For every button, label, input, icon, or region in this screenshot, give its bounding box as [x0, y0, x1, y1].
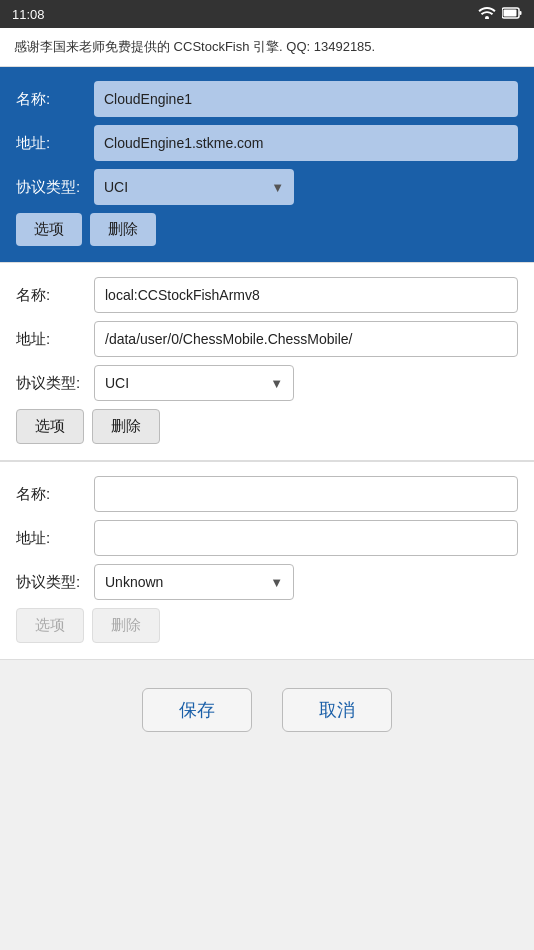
name-row-2: 名称:: [16, 277, 518, 313]
protocol-row-1: 协议类型: UCI ▼: [16, 169, 518, 205]
protocol-value-2: UCI: [105, 375, 129, 391]
options-button-2[interactable]: 选项: [16, 409, 84, 444]
address-row-3: 地址:: [16, 520, 518, 556]
address-label-3: 地址:: [16, 529, 94, 548]
action-buttons-2: 选项 删除: [16, 409, 518, 444]
protocol-value-1: UCI: [104, 179, 128, 195]
protocol-value-3: Unknown: [105, 574, 163, 590]
address-label-1: 地址:: [16, 134, 94, 153]
name-row-1: 名称:: [16, 81, 518, 117]
protocol-label-1: 协议类型:: [16, 178, 94, 197]
address-input-3[interactable]: [94, 520, 518, 556]
delete-button-2[interactable]: 删除: [92, 409, 160, 444]
svg-rect-2: [504, 9, 517, 16]
cancel-button[interactable]: 取消: [282, 688, 392, 732]
name-label-3: 名称:: [16, 485, 94, 504]
protocol-row-3: 协议类型: Unknown ▼: [16, 564, 518, 600]
chevron-down-icon-3: ▼: [270, 575, 283, 590]
status-bar: 11:08: [0, 0, 534, 28]
name-row-3: 名称:: [16, 476, 518, 512]
name-label-2: 名称:: [16, 286, 94, 305]
options-button-1[interactable]: 选项: [16, 213, 82, 246]
status-time: 11:08: [12, 7, 45, 22]
address-row-1: 地址:: [16, 125, 518, 161]
chevron-down-icon-2: ▼: [270, 376, 283, 391]
delete-button-1[interactable]: 删除: [90, 213, 156, 246]
options-button-3: 选项: [16, 608, 84, 643]
svg-rect-3: [520, 11, 522, 15]
address-label-2: 地址:: [16, 330, 94, 349]
chevron-down-icon-1: ▼: [271, 180, 284, 195]
svg-point-0: [485, 16, 489, 19]
address-row-2: 地址:: [16, 321, 518, 357]
protocol-label-3: 协议类型:: [16, 573, 94, 592]
protocol-label-2: 协议类型:: [16, 374, 94, 393]
protocol-dropdown-1[interactable]: UCI ▼: [94, 169, 294, 205]
protocol-dropdown-3[interactable]: Unknown ▼: [94, 564, 294, 600]
engine-card-2: 名称: 地址: 协议类型: UCI ▼ 选项 删除: [0, 262, 534, 461]
wifi-icon: [478, 6, 496, 22]
status-icons: [478, 6, 522, 22]
action-buttons-1: 选项 删除: [16, 213, 518, 246]
engine-card-1: 名称: 地址: 协议类型: UCI ▼ 选项 删除: [0, 67, 534, 262]
engine-card-3: 名称: 地址: 协议类型: Unknown ▼ 选项 删除: [0, 461, 534, 660]
name-input-1[interactable]: [94, 81, 518, 117]
protocol-row-2: 协议类型: UCI ▼: [16, 365, 518, 401]
protocol-dropdown-2[interactable]: UCI ▼: [94, 365, 294, 401]
name-input-3[interactable]: [94, 476, 518, 512]
notice-text: 感谢李国来老师免费提供的 CCStockFish 引擎. QQ: 1349218…: [0, 28, 534, 67]
battery-icon: [502, 7, 522, 22]
address-input-2[interactable]: [94, 321, 518, 357]
bottom-bar: 保存 取消: [0, 660, 534, 752]
action-buttons-3: 选项 删除: [16, 608, 518, 643]
delete-button-3: 删除: [92, 608, 160, 643]
address-input-1[interactable]: [94, 125, 518, 161]
name-input-2[interactable]: [94, 277, 518, 313]
name-label-1: 名称:: [16, 90, 94, 109]
save-button[interactable]: 保存: [142, 688, 252, 732]
